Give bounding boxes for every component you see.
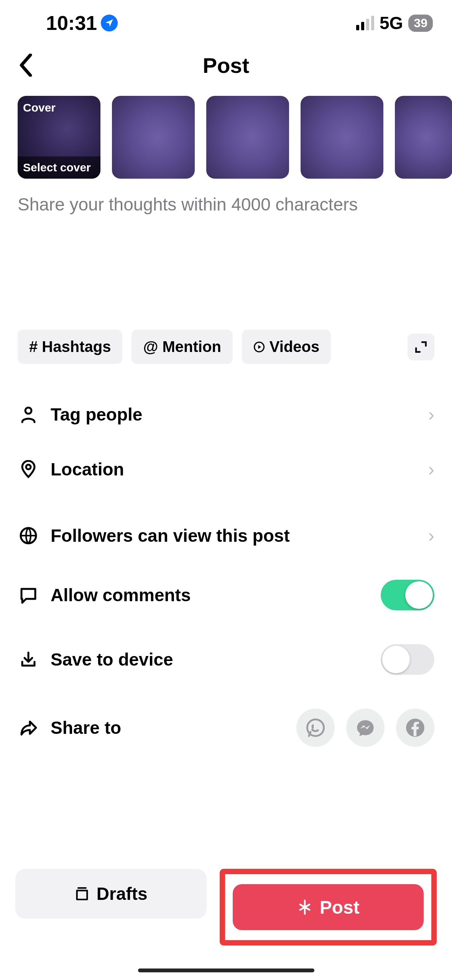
back-button[interactable] [18, 54, 33, 77]
chevron-right-icon: › [428, 525, 434, 546]
chips-row: # Hashtags @ Mention Videos [0, 330, 452, 364]
home-indicator [138, 968, 314, 972]
cover-thumbnail-strip[interactable]: Cover Select cover [0, 88, 452, 186]
mention-chip[interactable]: @ Mention [131, 330, 232, 364]
page-title: Post [203, 53, 249, 78]
header: Post [0, 42, 452, 88]
status-bar: 10:31 5G 39 [0, 0, 452, 42]
drafts-icon [74, 886, 90, 901]
share-to-row: Share to [18, 692, 434, 764]
photo-thumbnail[interactable] [301, 96, 383, 179]
allow-comments-toggle[interactable] [381, 580, 434, 610]
post-button-label: Post [320, 897, 360, 918]
hashtags-chip[interactable]: # Hashtags [18, 330, 122, 364]
tag-people-label: Tag people [51, 404, 417, 425]
videos-chip[interactable]: Videos [242, 330, 331, 364]
caption-placeholder: Share your thoughts within 4000 characte… [18, 194, 434, 215]
mention-chip-label: @ Mention [143, 338, 221, 355]
whatsapp-share-button[interactable] [296, 709, 335, 747]
share-targets [296, 709, 434, 747]
privacy-label: Followers can view this post [51, 525, 417, 546]
bottom-action-bar: Drafts Post [0, 869, 452, 945]
facebook-share-button[interactable] [396, 709, 434, 747]
status-left: 10:31 [46, 12, 118, 35]
globe-icon [18, 526, 39, 545]
caption-input[interactable]: Share your thoughts within 4000 characte… [0, 186, 452, 222]
location-pin-icon [18, 460, 39, 478]
post-button[interactable]: Post [233, 884, 424, 930]
svg-point-2 [26, 465, 31, 469]
share-to-label: Share to [51, 717, 285, 738]
play-icon [253, 341, 265, 353]
chevron-right-icon: › [428, 404, 434, 425]
privacy-row[interactable]: Followers can view this post › [18, 508, 434, 563]
battery-badge: 39 [408, 15, 433, 32]
comment-icon [18, 586, 39, 604]
chevron-right-icon: › [428, 459, 434, 480]
svg-point-1 [25, 408, 31, 414]
save-device-toggle[interactable] [381, 644, 434, 675]
cover-thumbnail[interactable]: Cover Select cover [18, 96, 100, 179]
person-icon [18, 405, 39, 424]
post-button-highlight: Post [220, 869, 437, 945]
tag-people-row[interactable]: Tag people › [18, 387, 434, 442]
drafts-button[interactable]: Drafts [15, 869, 207, 919]
messenger-share-button[interactable] [346, 709, 385, 747]
allow-comments-label: Allow comments [51, 585, 369, 605]
location-services-icon [101, 15, 118, 31]
share-arrow-icon [18, 719, 39, 737]
photo-thumbnail[interactable] [395, 96, 452, 179]
allow-comments-row: Allow comments [18, 563, 434, 627]
post-sparkle-icon [297, 899, 313, 915]
location-label: Location [51, 459, 417, 480]
photo-thumbnail[interactable] [112, 96, 195, 179]
status-time: 10:31 [46, 12, 97, 35]
save-device-row: Save to device [18, 627, 434, 692]
videos-chip-label: Videos [270, 338, 319, 355]
select-cover-label: Select cover [18, 156, 100, 179]
download-icon [18, 650, 39, 669]
cover-label: Cover [23, 101, 56, 114]
network-label: 5G [380, 13, 403, 33]
expand-button[interactable] [408, 334, 434, 360]
location-row[interactable]: Location › [18, 442, 434, 497]
cellular-signal-icon [356, 16, 374, 30]
photo-thumbnail[interactable] [206, 96, 289, 179]
options-list: Tag people › Location › Followers can vi… [0, 387, 452, 764]
drafts-button-label: Drafts [97, 883, 148, 904]
save-device-label: Save to device [51, 649, 369, 670]
status-right: 5G 39 [356, 13, 433, 33]
hashtags-chip-label: # Hashtags [29, 338, 111, 355]
